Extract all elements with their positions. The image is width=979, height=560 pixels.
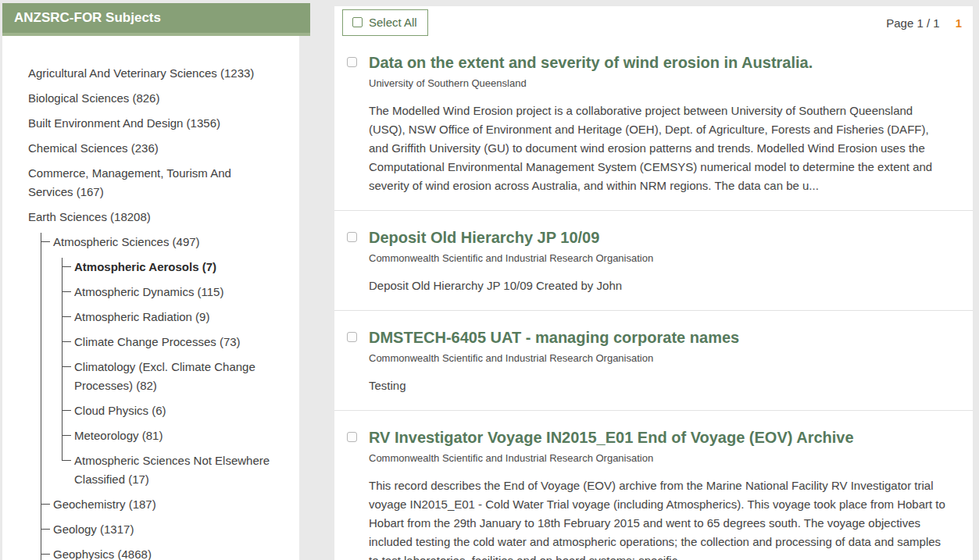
result-body: RV Investigator Voyage IN2015_E01 End of… <box>369 427 951 560</box>
sidebar-item[interactable]: Climate Change Processes (73) <box>63 333 277 351</box>
sidebar-item-label: Atmospheric Radiation (9) <box>74 310 209 323</box>
sidebar-item-label: Atmospheric Sciences (497) <box>53 235 200 248</box>
result-body: Deposit Old Hierarchy JP 10/09 Commonwea… <box>369 227 951 295</box>
sidebar-subtree: Atmospheric Sciences (497)Atmospheric Ae… <box>41 233 277 560</box>
pagination: Page 1 / 1 1 <box>886 16 962 30</box>
subjects-facet-panel: Agricultural And Veterinary Sciences (12… <box>2 36 299 560</box>
result-body: Data on the extent and severity of wind … <box>369 52 951 195</box>
sidebar-item[interactable]: Atmospheric Dynamics (115) <box>63 283 277 301</box>
select-all-label: Select All <box>369 16 417 29</box>
result-checkbox[interactable] <box>347 332 357 342</box>
sidebar-item[interactable]: Climatology (Excl. Climate Change Proces… <box>63 358 277 395</box>
select-all-button[interactable]: Select All <box>342 9 428 36</box>
result-body: DMSTECH-6405 UAT - managing corporate na… <box>369 327 951 395</box>
sidebar-item-label: Built Environment And Design (1356) <box>28 116 220 130</box>
result-organisation: University of Southern Queensland <box>369 77 951 89</box>
result-item: Deposit Old Hierarchy JP 10/09 Commonwea… <box>334 210 973 310</box>
sidebar-item-label: Chemical Sciences (236) <box>28 141 159 155</box>
sidebar-header: ANZSRC-FOR Subjects <box>2 3 310 36</box>
result-item: DMSTECH-6405 UAT - managing corporate na… <box>334 310 973 410</box>
result-title-link[interactable]: RV Investigator Voyage IN2015_E01 End of… <box>369 427 951 448</box>
sidebar-item[interactable]: Cloud Physics (6) <box>63 401 277 420</box>
results-panel: Select All Page 1 / 1 1 Data on the exte… <box>334 6 973 560</box>
select-all-checkbox-icon[interactable] <box>352 17 363 27</box>
result-organisation: Commonwealth Scientific and Industrial R… <box>369 452 951 464</box>
result-item: RV Investigator Voyage IN2015_E01 End of… <box>334 410 973 560</box>
result-organisation: Commonwealth Scientific and Industrial R… <box>369 352 951 364</box>
sidebar-item[interactable]: Atmospheric Aerosols (7) <box>63 258 277 276</box>
sidebar-subtree: Atmospheric Aerosols (7)Atmospheric Dyna… <box>62 258 277 489</box>
sidebar-item[interactable]: Atmospheric Radiation (9) <box>63 308 277 326</box>
result-checkbox[interactable] <box>347 232 357 242</box>
result-checkbox[interactable] <box>347 57 357 67</box>
sidebar-item-label: Climatology (Excl. Climate Change Proces… <box>74 360 255 392</box>
results-toolbar: Select All Page 1 / 1 1 <box>334 6 973 36</box>
sidebar-item-label: Geology (1317) <box>53 523 134 536</box>
result-title-link[interactable]: Deposit Old Hierarchy JP 10/09 <box>369 227 951 248</box>
sidebar-item-label: Cloud Physics (6) <box>74 404 166 417</box>
result-description: This record describes the End of Voyage … <box>369 476 951 560</box>
sidebar-item-label: Geophysics (4868) <box>53 548 152 560</box>
sidebar-item[interactable]: Meteorology (81) <box>63 426 277 445</box>
result-description: Deposit Old Hierarchy JP 10/09 Created b… <box>369 276 951 295</box>
sidebar-item-label: Atmospheric Aerosols (7) <box>74 260 216 273</box>
page-number-link[interactable]: 1 <box>956 16 962 30</box>
page-indicator: Page 1 / 1 <box>886 16 939 30</box>
result-item: Data on the extent and severity of wind … <box>334 36 973 210</box>
sidebar-tree: Agricultural And Veterinary Sciences (12… <box>28 64 277 560</box>
result-checkbox[interactable] <box>347 432 357 442</box>
sidebar-item[interactable]: Geochemistry (187) <box>41 495 277 514</box>
sidebar-item[interactable]: Atmospheric Sciences Not Elsewhere Class… <box>63 451 277 489</box>
sidebar-item-label: Biological Sciences (826) <box>28 91 159 105</box>
sidebar-item[interactable]: Built Environment And Design (1356) <box>28 114 277 133</box>
sidebar-item-label: Commerce, Management, Tourism And Servic… <box>28 166 231 198</box>
sidebar-item[interactable]: Chemical Sciences (236) <box>28 139 277 158</box>
sidebar-item[interactable]: Biological Sciences (826) <box>28 89 277 108</box>
result-title-link[interactable]: DMSTECH-6405 UAT - managing corporate na… <box>369 327 951 348</box>
sidebar-item[interactable]: Atmospheric Sciences (497) <box>41 233 277 251</box>
sidebar-title: ANZSRC-FOR Subjects <box>14 10 161 25</box>
result-title-link[interactable]: Data on the extent and severity of wind … <box>369 52 951 73</box>
results-list: Data on the extent and severity of wind … <box>334 36 973 560</box>
sidebar-item[interactable]: Geology (1317) <box>41 520 277 539</box>
result-description: The Modelled Wind Erosion project is a c… <box>369 102 951 195</box>
sidebar-item[interactable]: Earth Sciences (18208) <box>28 208 277 226</box>
sidebar-item[interactable]: Geophysics (4868) <box>41 545 277 560</box>
sidebar-item-label: Atmospheric Sciences Not Elsewhere Class… <box>74 454 270 486</box>
sidebar-item-label: Geochemistry (187) <box>53 498 156 511</box>
result-organisation: Commonwealth Scientific and Industrial R… <box>369 252 951 264</box>
sidebar-item[interactable]: Agricultural And Veterinary Sciences (12… <box>28 64 277 83</box>
sidebar-item-label: Climate Change Processes (73) <box>74 335 241 348</box>
sidebar-item-label: Meteorology (81) <box>74 429 163 442</box>
sidebar-item[interactable]: Commerce, Management, Tourism And Servic… <box>28 164 277 202</box>
sidebar-item-label: Agricultural And Veterinary Sciences (12… <box>28 66 254 80</box>
sidebar-item-label: Earth Sciences (18208) <box>28 210 151 223</box>
result-description: Testing <box>369 376 951 395</box>
sidebar-item-label: Atmospheric Dynamics (115) <box>74 285 223 298</box>
